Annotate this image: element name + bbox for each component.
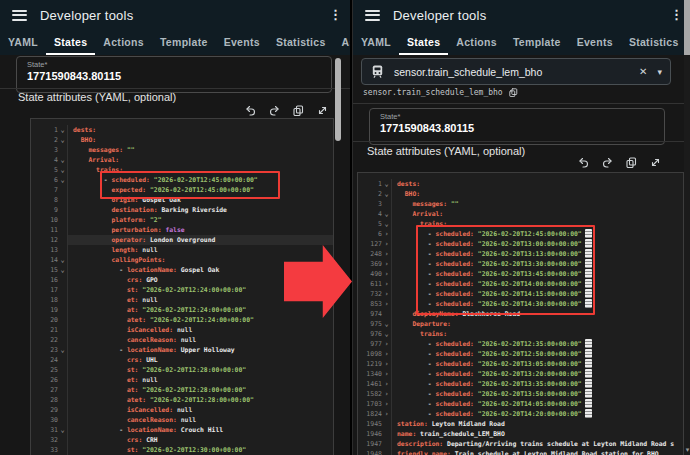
- code-line[interactable]: 974 displayName: Blackhorse Road: [358, 309, 683, 319]
- code-text[interactable]: - scheduled: "2026-02-20T13:50:00+00:00": [391, 389, 683, 399]
- code-line[interactable]: 31⌄ - locationName: Crouch Hill: [31, 425, 333, 435]
- code-text[interactable]: expected: "2026-02-20T12:45:00+00:00": [67, 185, 333, 195]
- fold-open-icon[interactable]: ⌄: [58, 175, 67, 185]
- code-line[interactable]: 23⌄ - locationName: Upper Holloway: [31, 345, 333, 355]
- code-line[interactable]: 127› - scheduled: "2026-02-20T13:00:00+0…: [358, 239, 683, 249]
- code-text[interactable]: trains:: [67, 165, 333, 175]
- code-line[interactable]: 12 operator: London Overground: [31, 235, 333, 245]
- code-text[interactable]: BHO:: [67, 135, 333, 145]
- code-text[interactable]: trains:: [391, 329, 683, 339]
- code-line[interactable]: 975⌄ Departure:: [358, 319, 683, 329]
- code-text[interactable]: et: null: [67, 375, 333, 385]
- code-text[interactable]: at: "2026-02-20T12:24:00+00:00": [67, 305, 333, 315]
- code-text[interactable]: Arrival:: [67, 155, 333, 165]
- code-line[interactable]: 8 origin: Gospel Oak: [31, 195, 333, 205]
- tab-actions[interactable]: Actions: [448, 30, 505, 55]
- copy-icon[interactable]: [626, 157, 637, 168]
- code-line[interactable]: 2⌄ BHO:: [358, 189, 683, 199]
- tab-statistics[interactable]: Statistics: [621, 30, 687, 55]
- code-text[interactable]: operator: London Overground: [67, 235, 333, 245]
- menu-icon[interactable]: [12, 10, 27, 21]
- code-line[interactable]: 853› - scheduled: "2026-02-20T14:30:00+0…: [358, 299, 683, 309]
- fold-closed-icon[interactable]: ›: [382, 259, 391, 269]
- tab-yaml[interactable]: YAML: [0, 30, 46, 55]
- tab-states[interactable]: States: [46, 30, 95, 55]
- state-field-value[interactable]: 1771590843.80115: [27, 70, 321, 82]
- fold-open-icon[interactable]: ⌄: [58, 155, 67, 165]
- scrollbar-thumb[interactable]: [335, 58, 341, 141]
- folded-content-widget[interactable]: [585, 259, 592, 268]
- folded-content-widget[interactable]: [585, 299, 592, 308]
- code-line[interactable]: 10 platform: "2": [31, 215, 333, 225]
- scrollbar-thumb[interactable]: [684, 0, 690, 55]
- tab-yaml[interactable]: YAML: [353, 30, 399, 55]
- redo-icon[interactable]: [602, 157, 613, 168]
- code-text[interactable]: description: Departing/Arriving trains s…: [391, 439, 683, 449]
- fold-open-icon[interactable]: ⌄: [58, 125, 67, 135]
- code-text[interactable]: platform: "2": [67, 215, 333, 225]
- code-text[interactable]: destination: Barking Riverside: [67, 205, 333, 215]
- code-line[interactable]: 369› - scheduled: "2026-02-20T13:30:00+0…: [358, 259, 683, 269]
- code-text[interactable]: st: "2026-02-20T12:30:00+00:00": [67, 445, 333, 455]
- code-line[interactable]: 1824› - scheduled: "2026-02-20T14:20:00+…: [358, 409, 683, 419]
- fullscreen-icon[interactable]: [650, 157, 661, 168]
- folded-content-widget[interactable]: [585, 349, 592, 358]
- code-text[interactable]: crs: UHL: [67, 355, 333, 365]
- code-text[interactable]: at: "2026-02-20T12:28:00+00:00": [67, 385, 333, 395]
- code-text[interactable]: - scheduled: "2026-02-20T14:05:00+00:00": [391, 399, 683, 409]
- folded-content-widget[interactable]: [585, 399, 592, 408]
- code-text[interactable]: - scheduled: "2026-02-20T13:45:00+00:00": [391, 269, 683, 279]
- fold-closed-icon[interactable]: ›: [382, 249, 391, 259]
- fold-open-icon[interactable]: ⌄: [58, 135, 67, 145]
- code-line[interactable]: 4⌄ Arrival:: [31, 155, 333, 165]
- fold-closed-icon[interactable]: ›: [382, 349, 391, 359]
- code-text[interactable]: messages: "": [67, 145, 333, 155]
- code-text[interactable]: station: Leyton Midland Road: [391, 419, 683, 429]
- code-text[interactable]: atet: "2026-02-20T12:28:00+00:00": [67, 395, 333, 405]
- yaml-editor[interactable]: 1⌄dests:2⌄ BHO:3 messages: ""4⌄ Arrival:…: [357, 172, 684, 455]
- code-line[interactable]: 1461› - scheduled: "2026-02-20T13:35:00+…: [358, 379, 683, 389]
- code-line[interactable]: 248› - scheduled: "2026-02-20T13:13:00+0…: [358, 249, 683, 259]
- tab-assist[interactable]: Assist: [334, 30, 350, 55]
- code-text[interactable]: - scheduled: "2026-02-20T12:45:00+00:00": [391, 229, 683, 239]
- fold-closed-icon[interactable]: ›: [382, 269, 391, 279]
- code-text[interactable]: - scheduled: "2026-02-20T13:30:00+00:00": [391, 259, 683, 269]
- code-line[interactable]: 22 cancelReason: null: [31, 335, 333, 345]
- code-text[interactable]: trains:: [391, 219, 683, 229]
- copy-entity-id-icon[interactable]: [509, 88, 518, 97]
- code-line[interactable]: 1948friendly_name: Train schedule at Ley…: [358, 449, 683, 455]
- code-line[interactable]: 1946name: train_schedule_LEM_BHO: [358, 429, 683, 439]
- code-line[interactable]: 7 expected: "2026-02-20T12:45:00+00:00": [31, 185, 333, 195]
- clear-icon[interactable]: ✕: [639, 66, 647, 77]
- fold-open-icon[interactable]: ⌄: [58, 345, 67, 355]
- code-text[interactable]: - scheduled: "2026-02-20T12:35:00+00:00": [391, 339, 683, 349]
- code-line[interactable]: 11 perturbation: false: [31, 225, 333, 235]
- code-line[interactable]: 1098› - scheduled: "2026-02-20T12:50:00+…: [358, 349, 683, 359]
- code-line[interactable]: 1340› - scheduled: "2026-02-20T13:20:00+…: [358, 369, 683, 379]
- fold-open-icon[interactable]: ⌄: [58, 165, 67, 175]
- code-line[interactable]: 490› - scheduled: "2026-02-20T13:45:00+0…: [358, 269, 683, 279]
- fold-closed-icon[interactable]: ›: [382, 409, 391, 419]
- scroll-down-icon[interactable]: ▾: [684, 445, 690, 455]
- code-text[interactable]: cancelReason: null: [67, 335, 333, 345]
- code-text[interactable]: - scheduled: "2026-02-20T14:30:00+00:00": [391, 299, 683, 309]
- folded-content-widget[interactable]: [585, 379, 592, 388]
- code-line[interactable]: 21 isCancelled: null: [31, 325, 333, 335]
- scrollbar-track[interactable]: ▾: [684, 0, 690, 455]
- fold-open-icon[interactable]: ⌄: [382, 189, 391, 199]
- code-text[interactable]: - scheduled: "2026-02-20T13:05:00+00:00": [391, 359, 683, 369]
- code-line[interactable]: 25 st: "2026-02-20T12:28:00+00:00": [31, 365, 333, 375]
- folded-content-widget[interactable]: [585, 249, 592, 258]
- tab-actions[interactable]: Actions: [95, 30, 152, 55]
- code-text[interactable]: - locationName: Upper Holloway: [67, 345, 333, 355]
- code-line[interactable]: 24 crs: UHL: [31, 355, 333, 365]
- code-line[interactable]: 1582› - scheduled: "2026-02-20T13:50:00+…: [358, 389, 683, 399]
- code-text[interactable]: - scheduled: "2026-02-20T13:13:00+00:00": [391, 249, 683, 259]
- menu-icon[interactable]: [365, 10, 380, 21]
- code-line[interactable]: 977› - scheduled: "2026-02-20T12:35:00+0…: [358, 339, 683, 349]
- code-line[interactable]: 732› - scheduled: "2026-02-20T14:15:00+0…: [358, 289, 683, 299]
- fold-open-icon[interactable]: ⌄: [58, 255, 67, 265]
- state-field-value[interactable]: 1771590843.80115: [380, 122, 654, 134]
- code-line[interactable]: 1703› - scheduled: "2026-02-20T14:05:00+…: [358, 399, 683, 409]
- code-line[interactable]: 32 crs: CRH: [31, 435, 333, 445]
